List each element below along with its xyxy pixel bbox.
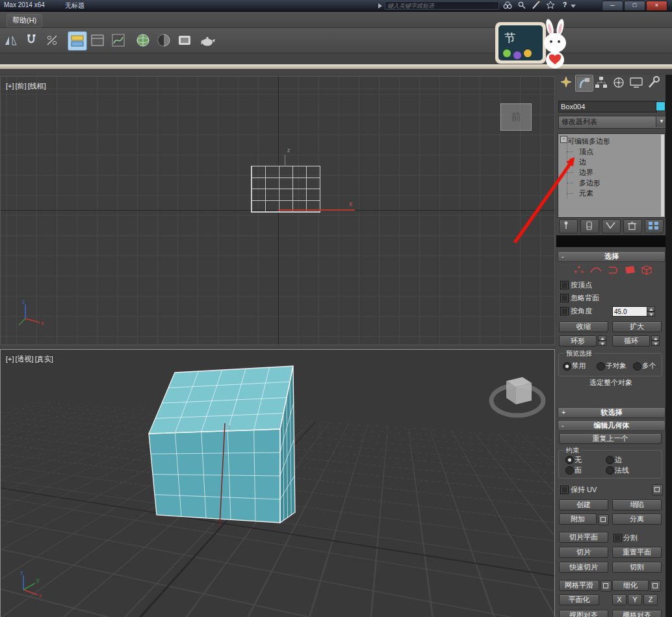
make-planar-button[interactable]: 平面化: [559, 594, 599, 605]
split-checkbox[interactable]: [614, 534, 622, 542]
planar-y-button[interactable]: Y: [628, 594, 642, 605]
slice-button[interactable]: 切片: [559, 547, 608, 558]
minimize-button[interactable]: ─: [602, 1, 623, 11]
tab-hierarchy[interactable]: [593, 75, 610, 90]
collapse-button[interactable]: 塌陷: [612, 499, 662, 510]
loop-spinner[interactable]: [651, 335, 660, 347]
rollout-edit-geometry-header[interactable]: - 编辑几何体: [558, 420, 666, 431]
preserve-uv-checkbox[interactable]: [560, 486, 569, 494]
help-button[interactable]: ?: [563, 1, 567, 8]
search-flyout-icon[interactable]: [378, 3, 382, 8]
stack-item-polygon[interactable]: 多边形: [560, 177, 666, 188]
perspective-viewport[interactable]: z [+][透视][真实] z x y: [0, 349, 555, 617]
tab-utilities[interactable]: [645, 75, 662, 90]
edge-mode-icon[interactable]: [589, 264, 603, 276]
constraint-edge-radio[interactable]: [606, 456, 614, 464]
pencil-icon[interactable]: [531, 1, 541, 10]
slice-plane-button[interactable]: 切片平面: [559, 532, 608, 543]
menu-help[interactable]: 帮助(H): [6, 14, 42, 27]
preview-disable-radio[interactable]: [563, 362, 571, 371]
attach-button[interactable]: 附加: [559, 514, 597, 525]
box004-object[interactable]: z: [1, 350, 554, 617]
render-production-teapot-icon[interactable]: [199, 31, 217, 49]
environment-dialog-icon[interactable]: [155, 31, 173, 49]
desktop-mascot[interactable]: 节: [494, 17, 571, 70]
shrink-button[interactable]: 收缩: [559, 321, 608, 332]
tab-display[interactable]: [628, 75, 645, 90]
rollout-selection-header[interactable]: - 选择: [558, 251, 666, 262]
chevron-down-icon[interactable]: ▼: [656, 116, 666, 127]
tessellate-settings-button[interactable]: [650, 581, 661, 592]
reset-plane-button[interactable]: 重置平面: [612, 547, 662, 558]
render-setup-icon[interactable]: [134, 31, 152, 49]
ribbon-minimized-strip[interactable]: [0, 64, 672, 69]
planar-z-button[interactable]: Z: [643, 594, 658, 605]
render-frame-icon[interactable]: [175, 31, 194, 49]
constraint-face-radio[interactable]: [565, 466, 574, 475]
ring-button[interactable]: 环形: [559, 335, 597, 347]
viewcube-face-label[interactable]: 前: [511, 111, 521, 122]
magnifier-icon[interactable]: [517, 1, 527, 10]
view-align-button[interactable]: 视图对齐: [559, 610, 608, 617]
cut-button[interactable]: 切割: [612, 562, 662, 573]
preview-multiple-radio[interactable]: [633, 362, 641, 371]
curve-editor-icon[interactable]: [109, 31, 127, 49]
viewport-menu-plus[interactable]: [+]: [6, 82, 14, 90]
manage-layers-icon[interactable]: [68, 31, 87, 51]
element-mode-icon[interactable]: [640, 264, 654, 276]
modifier-list-dropdown[interactable]: 修改器列表 ▼: [558, 116, 666, 129]
grow-button[interactable]: 扩大: [612, 321, 662, 332]
object-name-field[interactable]: [558, 101, 657, 112]
planar-x-button[interactable]: X: [612, 594, 627, 605]
viewcube-icon[interactable]: [487, 361, 552, 427]
angle-value-field[interactable]: [612, 306, 647, 317]
viewport-menu-plus[interactable]: [+]: [6, 355, 14, 363]
pin-stack-button[interactable]: [559, 219, 578, 233]
box-wireframe[interactable]: [251, 166, 320, 213]
snaps-toggle-icon[interactable]: [22, 31, 40, 49]
percent-snap-icon[interactable]: [43, 31, 61, 49]
angle-spinner[interactable]: [647, 306, 655, 317]
msmooth-button[interactable]: 网格平滑: [559, 580, 599, 591]
repeat-last-button[interactable]: 重复上一个: [559, 433, 662, 444]
collapse-icon[interactable]: -: [562, 421, 564, 430]
panel-scrollbar[interactable]: [666, 75, 672, 617]
border-mode-icon[interactable]: [606, 264, 620, 276]
preserve-uv-settings-button[interactable]: [652, 484, 663, 495]
tab-modify[interactable]: [575, 75, 593, 92]
constraint-none-radio[interactable]: [565, 456, 574, 464]
polygon-mode-icon[interactable]: [623, 264, 637, 276]
detach-button[interactable]: 分离: [612, 514, 662, 525]
grid-align-button[interactable]: 栅格对齐: [612, 610, 662, 617]
viewport-menu-view[interactable]: [透视]: [16, 355, 34, 363]
vertex-mode-icon[interactable]: [572, 264, 586, 276]
create-button[interactable]: 创建: [559, 499, 608, 510]
object-color-swatch[interactable]: [656, 101, 666, 111]
rollout-soft-selection-header[interactable]: + 软选择: [558, 407, 666, 418]
loop-button[interactable]: 循环: [612, 335, 650, 347]
preview-subobject-radio[interactable]: [597, 362, 605, 371]
front-viewport[interactable]: x z [+][前][线框] 前 z x: [0, 76, 555, 345]
ignore-backfacing-checkbox[interactable]: [560, 294, 569, 302]
attach-list-button[interactable]: [598, 514, 609, 525]
by-angle-checkbox[interactable]: [560, 307, 569, 315]
help-dropdown-icon[interactable]: [571, 5, 576, 8]
search-input[interactable]: [385, 1, 499, 10]
viewport-menu-view[interactable]: [前]: [16, 82, 27, 90]
quick-slice-button[interactable]: 快速切片: [559, 562, 608, 573]
stack-item-editable-poly[interactable]: 可编辑多边形: [567, 136, 665, 146]
close-button[interactable]: ×: [646, 1, 667, 11]
tab-create[interactable]: [558, 75, 575, 90]
stack-item-vertex[interactable]: 顶点: [560, 146, 666, 157]
binoculars-icon[interactable]: [502, 1, 513, 10]
viewport-menu-shading[interactable]: [线框]: [28, 82, 46, 90]
constraint-normal-radio[interactable]: [606, 466, 614, 475]
remove-modifier-button[interactable]: [623, 219, 642, 233]
tab-motion[interactable]: [610, 75, 627, 90]
configure-modifier-sets-button[interactable]: [645, 219, 664, 233]
show-end-result-button[interactable]: [580, 219, 599, 233]
ribbon-display-icon[interactable]: [88, 31, 107, 49]
viewcube-icon[interactable]: 前: [500, 103, 532, 131]
ring-spinner[interactable]: [598, 335, 606, 347]
make-unique-button[interactable]: [602, 219, 621, 233]
